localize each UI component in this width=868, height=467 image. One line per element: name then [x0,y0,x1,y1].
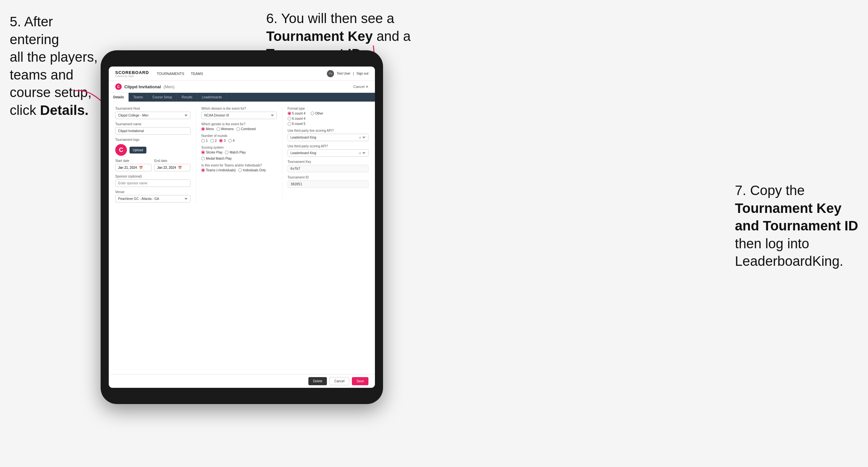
tournament-title: C Clippd Invitational (Men) [115,84,175,90]
format-options: 5 count 4 Other 6 count 4 6 count 5 [288,112,368,126]
teams-group: Is this event for Teams and/or Individua… [201,163,277,172]
teams-label: Is this event for Teams and/or Individua… [201,163,277,167]
tab-details[interactable]: Details [109,93,129,101]
nav-links: TOURNAMENTS TEAMS [157,70,327,77]
rounds-3[interactable]: 3 [219,139,226,143]
logo-c-icon: C [115,144,127,156]
brand-sub: Powered by clippd [115,75,149,77]
teams-teams[interactable]: Teams (+Individuals) [201,168,236,172]
format-other[interactable]: Other [311,112,323,115]
api1-group: Use third-party live scoring API? Leader… [288,129,368,141]
format-6count5[interactable]: 6 count 5 [288,122,368,126]
end-date-group: End date Jan 23, 2024 📅 [154,159,190,172]
tournament-c-icon: C [115,84,122,90]
scoring-stroke[interactable]: Stroke Play [201,151,222,154]
gender-womens[interactable]: Womens [217,127,234,131]
tournament-name-label: Tournament name [115,122,190,126]
gender-mens[interactable]: Mens [201,127,214,131]
brand-logo: SCOREBOARD Powered by clippd [115,70,149,77]
tournament-subtitle: (Men) [164,84,175,89]
api1-label: Use third-party live scoring API? [288,129,368,132]
end-date-value: Jan 23, 2024 [157,166,176,169]
api2-clear-button[interactable]: ✕ [359,151,361,155]
api2-select[interactable]: Leaderboard King [288,149,368,157]
brand-name: SCOREBOARD [115,70,149,75]
tournament-name-group: Tournament name [115,122,190,135]
tab-teams[interactable]: Teams [129,93,148,101]
nav-teams[interactable]: TEAMS [191,70,203,77]
tab-course-setup[interactable]: Course Setup [148,93,177,101]
rounds-group: Number of rounds 1 2 3 4 [201,134,277,143]
venue-select[interactable]: Peachtree GC - Atlanta - GA [115,195,190,203]
end-date-label: End date [154,159,190,163]
rounds-2[interactable]: 2 [210,139,217,143]
start-date-value: Jan 21, 2024 [118,166,137,169]
signout-separator: | [353,72,354,75]
save-button[interactable]: Save [352,377,368,385]
delete-button[interactable]: Delete [308,377,327,385]
sponsor-label: Sponsor (optional) [115,175,190,178]
tournament-id-value: 302051 [288,181,368,188]
division-group: Which division is the event for? NCAA Di… [201,107,277,119]
column-2: Which division is the event for? NCAA Di… [201,107,282,203]
scoring-medal-match[interactable]: Medal Match Play [201,157,231,160]
tournament-host-select[interactable]: Clippd College - Men [115,112,190,119]
sponsor-group: Sponsor (optional) [115,175,190,187]
end-date-calendar-icon[interactable]: 📅 [178,166,182,169]
start-date-calendar-icon[interactable]: 📅 [139,166,143,169]
api1-select[interactable]: Leaderboard King [288,134,368,141]
sub-header: C Clippd Invitational (Men) Cancel ✕ [109,81,375,93]
gender-combined[interactable]: Combined [236,127,256,131]
start-date-label: Start date [115,159,152,163]
tournament-key-value: 6sfb7 [288,165,368,172]
sponsor-input[interactable] [115,180,190,187]
api2-select-wrapper: Leaderboard King ✕ [288,149,368,157]
teams-individuals[interactable]: Individuals Only [238,168,266,172]
user-avatar: TU [327,70,334,77]
tournament-host-label: Tournament Host [115,107,190,110]
rounds-label: Number of rounds [201,134,277,137]
top-nav: SCOREBOARD Powered by clippd TOURNAMENTS… [109,66,375,81]
tab-leaderboards[interactable]: Leaderboards [197,93,227,101]
division-select[interactable]: NCAA Division III [201,112,277,119]
tab-results[interactable]: Results [177,93,197,101]
tablet-screen: SCOREBOARD Powered by clippd TOURNAMENTS… [109,66,375,388]
format-group: Format type 5 count 4 Other 6 count 4 [288,107,368,126]
sign-out-link[interactable]: Sign out [356,72,368,75]
gender-label: Which gender is the event for? [201,122,277,126]
tournament-logo-label: Tournament logo [115,138,190,142]
dates-group: Start date Jan 21, 2024 📅 End date Jan 2… [115,159,190,172]
tournament-id-label: Tournament ID [288,176,368,179]
gender-radio-group: Mens Womens Combined [201,127,277,131]
cancel-header-button[interactable]: Cancel ✕ [353,85,368,89]
annotation-left: 5. After entering all the players, teams… [10,13,101,119]
date-row: Start date Jan 21, 2024 📅 End date Jan 2… [115,159,190,172]
tournament-id-group: Tournament ID 302051 [288,176,368,188]
annotation-right: 7. Copy the Tournament Key and Tournamen… [735,182,858,270]
scoring-group: Scoring system Stroke Play Match Play Me… [201,146,277,160]
scoring-radio-group: Stroke Play Match Play Medal Match Play [201,151,277,160]
column-3: Format type 5 count 4 Other 6 count 4 [288,107,368,203]
format-5count4[interactable]: 5 count 4 [288,112,306,115]
logo-section: C Upload [115,144,190,156]
api2-label: Use third-party scoring API? [288,145,368,148]
format-6count4[interactable]: 6 count 4 [288,117,368,120]
scoring-label: Scoring system [201,146,277,149]
cancel-button[interactable]: Cancel [330,377,349,385]
upload-button[interactable]: Upload [129,147,146,154]
rounds-radio-group: 1 2 3 4 [201,139,277,143]
tournament-name: Clippd Invitational [124,84,161,89]
tournament-host-group: Tournament Host Clippd College - Men [115,107,190,119]
api1-select-wrapper: Leaderboard King ✕ [288,134,368,141]
nav-tournaments[interactable]: TOURNAMENTS [157,70,184,77]
tournament-key-group: Tournament Key 6sfb7 [288,160,368,172]
main-content: Tournament Host Clippd College - Men Tou… [109,101,375,374]
api1-clear-button[interactable]: ✕ [359,136,361,139]
scoring-match[interactable]: Match Play [225,151,245,154]
rounds-4[interactable]: 4 [228,139,235,143]
division-label: Which division is the event for? [201,107,277,110]
footer: Delete Cancel Save [109,374,375,388]
tournament-name-input[interactable] [115,127,190,135]
rounds-1[interactable]: 1 [201,139,208,143]
api2-group: Use third-party scoring API? Leaderboard… [288,145,368,157]
